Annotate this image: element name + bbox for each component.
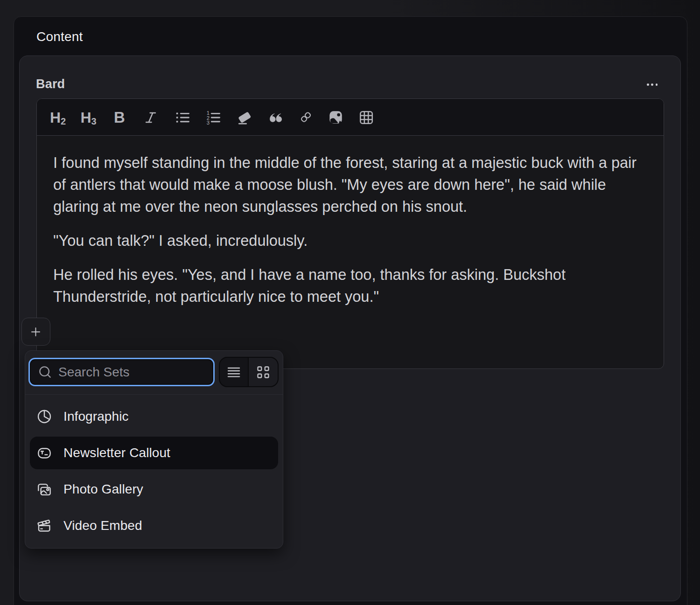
svg-text:3: 3 — [207, 120, 210, 125]
